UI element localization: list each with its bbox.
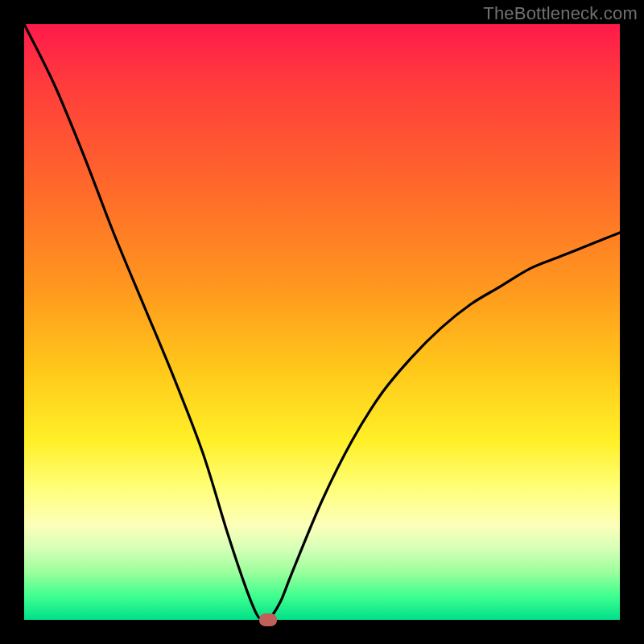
current-point-marker [259, 613, 277, 626]
watermark-text: TheBottleneck.com [483, 3, 638, 24]
chart-frame: TheBottleneck.com [0, 0, 644, 644]
chart-plot-area [24, 24, 620, 620]
bottleneck-curve [24, 24, 620, 620]
